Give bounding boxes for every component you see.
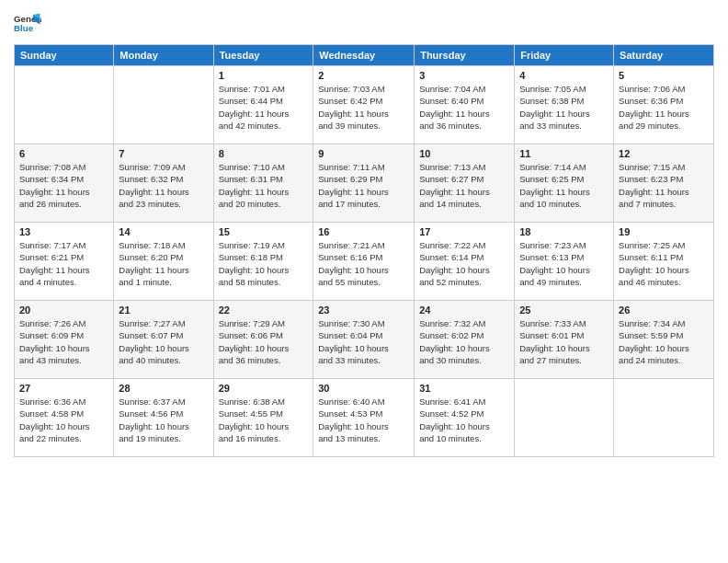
day-header-wednesday: Wednesday bbox=[313, 45, 415, 66]
page: General Blue SundayMondayTuesdayWednesda… bbox=[0, 0, 728, 563]
day-info: Sunrise: 7:13 AM Sunset: 6:27 PM Dayligh… bbox=[419, 161, 509, 210]
day-number: 11 bbox=[519, 148, 609, 159]
day-info: Sunrise: 7:18 AM Sunset: 6:20 PM Dayligh… bbox=[119, 239, 208, 288]
day-number: 27 bbox=[19, 383, 108, 394]
calendar-week-row: 13Sunrise: 7:17 AM Sunset: 6:21 PM Dayli… bbox=[15, 223, 714, 301]
calendar-cell: 6Sunrise: 7:08 AM Sunset: 6:34 PM Daylig… bbox=[15, 144, 114, 223]
day-info: Sunrise: 7:22 AM Sunset: 6:14 PM Dayligh… bbox=[419, 239, 509, 288]
day-info: Sunrise: 6:38 AM Sunset: 4:55 PM Dayligh… bbox=[219, 396, 309, 444]
day-number: 3 bbox=[419, 70, 509, 81]
day-number: 13 bbox=[19, 226, 108, 237]
calendar-cell: 7Sunrise: 7:09 AM Sunset: 6:32 PM Daylig… bbox=[114, 144, 213, 223]
calendar-cell: 27Sunrise: 6:36 AM Sunset: 4:58 PM Dayli… bbox=[15, 379, 114, 457]
calendar-cell: 28Sunrise: 6:37 AM Sunset: 4:56 PM Dayli… bbox=[114, 379, 213, 457]
day-info: Sunrise: 7:14 AM Sunset: 6:25 PM Dayligh… bbox=[519, 161, 609, 210]
day-info: Sunrise: 7:32 AM Sunset: 6:02 PM Dayligh… bbox=[419, 317, 509, 366]
day-number: 1 bbox=[219, 70, 309, 81]
calendar-cell: 25Sunrise: 7:33 AM Sunset: 6:01 PM Dayli… bbox=[515, 301, 614, 379]
day-info: Sunrise: 7:21 AM Sunset: 6:16 PM Dayligh… bbox=[318, 239, 409, 288]
day-number: 2 bbox=[318, 70, 409, 81]
calendar-cell: 5Sunrise: 7:06 AM Sunset: 6:36 PM Daylig… bbox=[614, 66, 714, 144]
day-number: 6 bbox=[19, 148, 108, 159]
day-number: 17 bbox=[419, 226, 509, 237]
day-info: Sunrise: 7:29 AM Sunset: 6:06 PM Dayligh… bbox=[219, 317, 309, 366]
day-info: Sunrise: 7:11 AM Sunset: 6:29 PM Dayligh… bbox=[318, 161, 409, 210]
calendar-cell: 24Sunrise: 7:32 AM Sunset: 6:02 PM Dayli… bbox=[415, 301, 515, 379]
calendar-cell: 9Sunrise: 7:11 AM Sunset: 6:29 PM Daylig… bbox=[313, 144, 415, 223]
day-number: 4 bbox=[519, 70, 609, 81]
calendar-cell: 3Sunrise: 7:04 AM Sunset: 6:40 PM Daylig… bbox=[415, 66, 515, 144]
day-info: Sunrise: 7:10 AM Sunset: 6:31 PM Dayligh… bbox=[219, 161, 309, 210]
calendar-cell: 4Sunrise: 7:05 AM Sunset: 6:38 PM Daylig… bbox=[515, 66, 614, 144]
day-number: 18 bbox=[519, 226, 609, 237]
day-number: 5 bbox=[619, 70, 709, 81]
day-number: 31 bbox=[419, 383, 509, 394]
calendar-cell: 23Sunrise: 7:30 AM Sunset: 6:04 PM Dayli… bbox=[313, 301, 415, 379]
calendar-cell bbox=[15, 66, 114, 144]
day-header-friday: Friday bbox=[515, 45, 614, 66]
day-number: 26 bbox=[619, 304, 709, 316]
calendar-cell: 13Sunrise: 7:17 AM Sunset: 6:21 PM Dayli… bbox=[15, 223, 114, 301]
calendar-cell: 29Sunrise: 6:38 AM Sunset: 4:55 PM Dayli… bbox=[213, 379, 313, 457]
calendar-cell: 15Sunrise: 7:19 AM Sunset: 6:18 PM Dayli… bbox=[213, 223, 313, 301]
calendar-cell: 1Sunrise: 7:01 AM Sunset: 6:44 PM Daylig… bbox=[213, 66, 313, 144]
day-info: Sunrise: 6:36 AM Sunset: 4:58 PM Dayligh… bbox=[19, 396, 108, 444]
calendar-cell: 2Sunrise: 7:03 AM Sunset: 6:42 PM Daylig… bbox=[313, 66, 415, 144]
calendar-table: SundayMondayTuesdayWednesdayThursdayFrid… bbox=[14, 44, 714, 457]
calendar-cell: 10Sunrise: 7:13 AM Sunset: 6:27 PM Dayli… bbox=[415, 144, 515, 223]
day-info: Sunrise: 6:37 AM Sunset: 4:56 PM Dayligh… bbox=[119, 396, 208, 444]
calendar-cell: 16Sunrise: 7:21 AM Sunset: 6:16 PM Dayli… bbox=[313, 223, 415, 301]
calendar-cell: 17Sunrise: 7:22 AM Sunset: 6:14 PM Dayli… bbox=[415, 223, 515, 301]
day-info: Sunrise: 6:40 AM Sunset: 4:53 PM Dayligh… bbox=[318, 396, 409, 444]
day-number: 16 bbox=[318, 226, 409, 237]
calendar-cell: 30Sunrise: 6:40 AM Sunset: 4:53 PM Dayli… bbox=[313, 379, 415, 457]
day-info: Sunrise: 7:01 AM Sunset: 6:44 PM Dayligh… bbox=[219, 83, 309, 132]
calendar-cell: 14Sunrise: 7:18 AM Sunset: 6:20 PM Dayli… bbox=[114, 223, 213, 301]
calendar-cell bbox=[114, 66, 213, 144]
day-header-thursday: Thursday bbox=[415, 45, 515, 66]
day-number: 12 bbox=[619, 148, 709, 159]
day-info: Sunrise: 7:04 AM Sunset: 6:40 PM Dayligh… bbox=[419, 83, 509, 132]
day-info: Sunrise: 7:23 AM Sunset: 6:13 PM Dayligh… bbox=[519, 239, 609, 288]
calendar-cell: 19Sunrise: 7:25 AM Sunset: 6:11 PM Dayli… bbox=[614, 223, 714, 301]
day-info: Sunrise: 7:09 AM Sunset: 6:32 PM Dayligh… bbox=[119, 161, 208, 210]
day-number: 28 bbox=[119, 383, 208, 394]
calendar-week-row: 27Sunrise: 6:36 AM Sunset: 4:58 PM Dayli… bbox=[15, 379, 714, 457]
calendar-cell: 12Sunrise: 7:15 AM Sunset: 6:23 PM Dayli… bbox=[614, 144, 714, 223]
day-number: 30 bbox=[318, 383, 409, 394]
calendar-cell: 31Sunrise: 6:41 AM Sunset: 4:52 PM Dayli… bbox=[415, 379, 515, 457]
day-number: 14 bbox=[119, 226, 208, 237]
logo: General Blue bbox=[14, 9, 41, 37]
calendar-cell: 11Sunrise: 7:14 AM Sunset: 6:25 PM Dayli… bbox=[515, 144, 614, 223]
day-number: 19 bbox=[619, 226, 709, 237]
day-info: Sunrise: 7:15 AM Sunset: 6:23 PM Dayligh… bbox=[619, 161, 709, 210]
header: General Blue bbox=[14, 9, 714, 37]
calendar-cell: 21Sunrise: 7:27 AM Sunset: 6:07 PM Dayli… bbox=[114, 301, 213, 379]
day-number: 7 bbox=[119, 148, 208, 159]
day-info: Sunrise: 7:27 AM Sunset: 6:07 PM Dayligh… bbox=[119, 317, 208, 366]
day-info: Sunrise: 7:03 AM Sunset: 6:42 PM Dayligh… bbox=[318, 83, 409, 132]
day-number: 21 bbox=[119, 304, 208, 316]
day-info: Sunrise: 7:25 AM Sunset: 6:11 PM Dayligh… bbox=[619, 239, 709, 288]
calendar-week-row: 6Sunrise: 7:08 AM Sunset: 6:34 PM Daylig… bbox=[15, 144, 714, 223]
calendar-cell: 8Sunrise: 7:10 AM Sunset: 6:31 PM Daylig… bbox=[213, 144, 313, 223]
day-info: Sunrise: 7:30 AM Sunset: 6:04 PM Dayligh… bbox=[318, 317, 409, 366]
calendar-cell: 20Sunrise: 7:26 AM Sunset: 6:09 PM Dayli… bbox=[15, 301, 114, 379]
calendar-cell: 22Sunrise: 7:29 AM Sunset: 6:06 PM Dayli… bbox=[213, 301, 313, 379]
calendar-header-row: SundayMondayTuesdayWednesdayThursdayFrid… bbox=[15, 45, 714, 66]
day-number: 29 bbox=[219, 383, 309, 394]
day-number: 25 bbox=[519, 304, 609, 316]
day-header-tuesday: Tuesday bbox=[213, 45, 313, 66]
logo-icon: General Blue bbox=[14, 9, 41, 37]
day-number: 20 bbox=[19, 304, 108, 316]
calendar-cell: 18Sunrise: 7:23 AM Sunset: 6:13 PM Dayli… bbox=[515, 223, 614, 301]
day-number: 24 bbox=[419, 304, 509, 316]
day-number: 15 bbox=[219, 226, 309, 237]
day-info: Sunrise: 7:17 AM Sunset: 6:21 PM Dayligh… bbox=[19, 239, 108, 288]
calendar-cell bbox=[614, 379, 714, 457]
calendar-week-row: 1Sunrise: 7:01 AM Sunset: 6:44 PM Daylig… bbox=[15, 66, 714, 144]
day-info: Sunrise: 7:05 AM Sunset: 6:38 PM Dayligh… bbox=[519, 83, 609, 132]
day-info: Sunrise: 7:08 AM Sunset: 6:34 PM Dayligh… bbox=[19, 161, 108, 210]
day-info: Sunrise: 7:33 AM Sunset: 6:01 PM Dayligh… bbox=[519, 317, 609, 366]
day-header-saturday: Saturday bbox=[614, 45, 714, 66]
